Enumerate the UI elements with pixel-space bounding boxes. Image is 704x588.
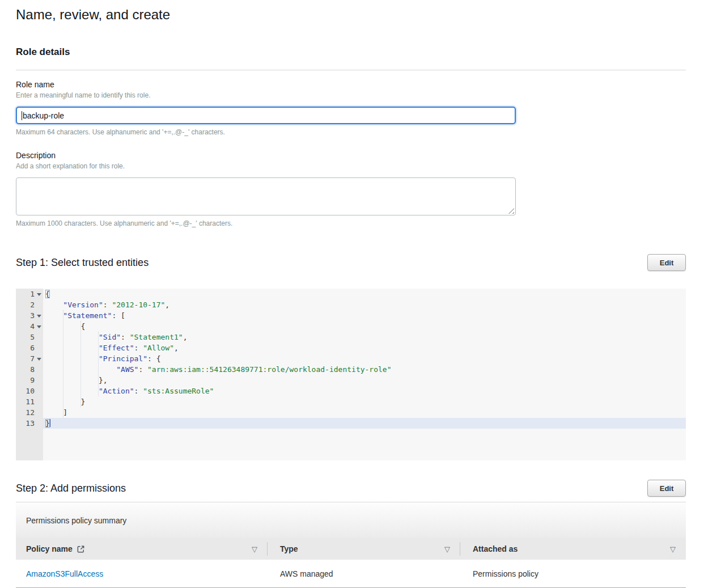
- trust-policy-editor[interactable]: 12345678910111213 { "Version": "2012-10-…: [16, 289, 686, 460]
- permissions-summary-panel: Permissions policy summary Policy name ▽…: [16, 502, 686, 588]
- section-divider: [16, 70, 686, 70]
- page-title: Name, review, and create: [16, 5, 686, 24]
- gutter-line-number: 9: [16, 375, 43, 386]
- code-line: },: [45, 375, 686, 386]
- role-name-constraint: Maximum 64 characters. Use alphanumeric …: [16, 128, 686, 137]
- code-line: }: [45, 396, 686, 407]
- policy-type-cell: AWS managed: [268, 569, 460, 578]
- code-line: }: [43, 418, 686, 429]
- code-line: {: [45, 289, 686, 299]
- role-name-label: Role name: [16, 79, 686, 90]
- step1-edit-button[interactable]: Edit: [647, 254, 686, 271]
- page-root: Name, review, and create Role details Ro…: [0, 0, 704, 588]
- gutter-line-number: 6: [16, 342, 43, 353]
- text-caret: [22, 111, 22, 120]
- code-line: "Effect": "Allow",: [45, 342, 686, 353]
- step1-heading: Step 1: Select trusted entities: [16, 256, 149, 269]
- editor-caret: [50, 419, 50, 427]
- editor-code-area[interactable]: { "Version": "2012-10-17", "Statement": …: [43, 289, 686, 460]
- editor-gutter: 12345678910111213: [16, 289, 43, 460]
- table-row: AmazonS3FullAccess AWS managed Permissio…: [16, 560, 686, 588]
- role-name-field: Role name Enter a meaningful name to ide…: [16, 79, 686, 137]
- column-header-type[interactable]: Type ▽: [268, 538, 460, 560]
- fold-arrow-icon[interactable]: [37, 315, 41, 318]
- step2-heading: Step 2: Add permissions: [16, 481, 126, 495]
- sort-descending-icon[interactable]: ▽: [444, 545, 450, 553]
- description-field: Description Add a short explanation for …: [16, 150, 686, 228]
- fold-arrow-icon[interactable]: [37, 293, 41, 296]
- code-line: "AWS": "arn:aws:iam::541263489771:role/w…: [45, 364, 686, 375]
- role-name-input-wrap: [16, 107, 516, 124]
- policy-link[interactable]: AmazonS3FullAccess: [26, 569, 103, 578]
- code-line: "Sid": "Statement1",: [45, 332, 686, 342]
- sort-descending-icon[interactable]: ▽: [670, 545, 676, 553]
- gutter-line-number: 7: [16, 353, 43, 364]
- code-line: "Action": "sts:AssumeRole": [45, 386, 686, 396]
- fold-arrow-icon[interactable]: [37, 325, 41, 328]
- gutter-line-number: 2: [16, 299, 43, 310]
- column-label: Policy name: [26, 544, 73, 553]
- description-constraint: Maximum 1000 characters. Use alphanumeri…: [16, 219, 686, 228]
- gutter-line-number: 5: [16, 332, 43, 342]
- table-header-row: Policy name ▽ Type ▽ Attached as ▽: [16, 538, 686, 560]
- attached-as-cell: Permissions policy: [460, 569, 686, 578]
- description-help: Add a short explanation for this role.: [16, 162, 686, 171]
- gutter-line-number: 10: [16, 386, 43, 396]
- gutter-line-number: 8: [16, 364, 43, 375]
- gutter-line-number: 13: [16, 418, 43, 429]
- sort-descending-icon[interactable]: ▽: [252, 545, 257, 553]
- description-input[interactable]: [16, 177, 516, 215]
- policy-name-cell: AmazonS3FullAccess: [16, 569, 268, 578]
- gutter-line-number: 1: [16, 289, 43, 299]
- code-line: "Principal": {: [45, 353, 686, 364]
- step1-header-row: Step 1: Select trusted entities Edit: [16, 254, 686, 271]
- column-label: Type: [280, 544, 298, 553]
- column-label: Attached as: [473, 544, 518, 553]
- step2-edit-button[interactable]: Edit: [647, 480, 686, 497]
- column-header-attached-as[interactable]: Attached as ▽: [460, 538, 686, 560]
- role-name-help: Enter a meaningful name to identify this…: [16, 91, 686, 100]
- code-line: "Statement": [: [45, 310, 686, 321]
- role-name-input[interactable]: [16, 107, 516, 124]
- column-header-policy-name[interactable]: Policy name ▽: [16, 538, 268, 560]
- step2-header-row: Step 2: Add permissions Edit: [16, 480, 686, 497]
- code-line: "Version": "2012-10-17",: [45, 299, 686, 310]
- description-label: Description: [16, 150, 686, 160]
- gutter-line-number: 4: [16, 321, 43, 332]
- code-line: ]: [45, 407, 686, 418]
- fold-arrow-icon[interactable]: [37, 358, 41, 361]
- role-details-heading: Role details: [16, 46, 686, 58]
- gutter-line-number: 12: [16, 407, 43, 418]
- external-link-icon: [77, 545, 85, 553]
- gutter-line-number: 3: [16, 310, 43, 321]
- panel-title: Permissions policy summary: [16, 502, 686, 538]
- gutter-line-number: 11: [16, 396, 43, 407]
- code-line: {: [45, 321, 686, 332]
